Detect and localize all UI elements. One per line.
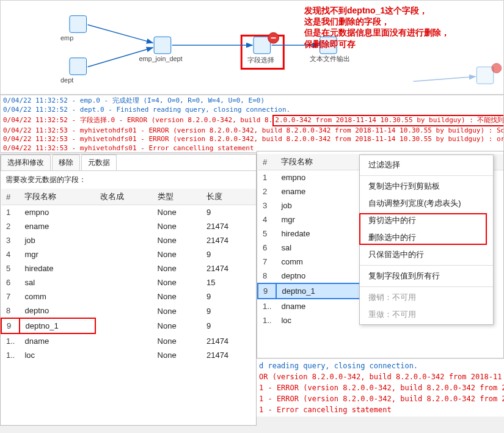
cell-name[interactable]: deptno_1 (20, 318, 95, 333)
cell-length[interactable]: 9 (202, 318, 256, 333)
cell-type[interactable]: None (153, 275, 202, 289)
menu-copy-clipboard[interactable]: 复制选中行到剪贴板 (360, 178, 493, 195)
cell-name[interactable]: dname (20, 333, 95, 348)
cell-type[interactable]: None (153, 261, 202, 275)
col-rename[interactable]: 改名成 (95, 189, 153, 205)
log-panel[interactable]: 0/04/22 11:32:52 - emp.0 - 完成处理 (I=4, O=… (0, 95, 504, 153)
row-num: 4 (1, 247, 20, 261)
metadata-table-left[interactable]: # 字段名称 改名成 类型 长度 1empnoNone92enameNone21… (1, 189, 256, 362)
menu-separator (360, 175, 493, 176)
cell-type[interactable]: None (153, 304, 202, 318)
cell-length[interactable]: 9 (202, 247, 256, 261)
cell-rename[interactable] (95, 318, 153, 333)
cell-type[interactable]: None (153, 289, 202, 304)
cell-rename[interactable] (95, 261, 153, 275)
cell-name[interactable]: comm (20, 289, 95, 304)
cell-rename[interactable] (95, 289, 153, 304)
menu-delete-highlight (359, 213, 487, 245)
row-num: 8 (1, 304, 20, 318)
table-row[interactable]: 5hiredateNone21474 (1, 261, 256, 275)
table-row[interactable]: 1empnoNone9 (1, 205, 256, 220)
col-type[interactable]: 类型 (153, 189, 202, 205)
col-num-r[interactable]: # (258, 154, 276, 170)
cell-rename[interactable] (95, 304, 153, 318)
menu-copy-value-all[interactable]: 复制字段值到所有行 (360, 267, 493, 285)
table-row[interactable]: 3jobNone21474 (1, 233, 256, 247)
cell-name[interactable]: sal (20, 275, 95, 289)
lower-log: d reading query, closing connection. OR … (257, 359, 504, 417)
col-num[interactable]: # (1, 189, 20, 205)
table-row[interactable]: 9deptno_1None9 (1, 318, 256, 333)
hop-emp-join[interactable] (88, 24, 153, 43)
row-num: 1.. (1, 333, 20, 348)
step-dept-icon[interactable] (70, 58, 87, 75)
tab-remove[interactable]: 移除 (52, 155, 80, 170)
cell-length[interactable]: 9 (202, 289, 256, 304)
cell-type[interactable]: None (153, 247, 202, 261)
cell-name[interactable]: job (20, 233, 95, 247)
cell-type[interactable]: None (153, 348, 202, 362)
cell-rename[interactable] (95, 233, 153, 247)
tab-metadata[interactable]: 元数据 (81, 155, 117, 170)
cell-length[interactable]: 21474 (202, 233, 256, 247)
select-values-dialog-left: 选择和修改 移除 元数据 需要改变元数据的字段： # 字段名称 改名成 类型 长… (0, 154, 257, 426)
cell-rename[interactable] (95, 348, 153, 362)
row-num: 5 (1, 261, 20, 275)
cell-length[interactable]: 21474 (202, 333, 256, 348)
step-join-label: emp_join_dept (139, 55, 182, 62)
cell-name[interactable]: ename (20, 219, 95, 233)
step-dept-label: dept (60, 76, 73, 84)
cell-type[interactable]: None (153, 219, 202, 233)
log-line: 0/04/22 11:32:52 - emp.0 - 完成处理 (I=4, O=… (3, 96, 501, 106)
cell-name[interactable]: hiredate (20, 261, 95, 275)
svg-rect-1 (271, 37, 276, 38)
step-copy-error-badge (492, 64, 502, 73)
tab-select-modify[interactable]: 选择和修改 (1, 155, 51, 170)
log-error-line: 0/04/22 11:32:53 - myhivetohdfs01 - ERRO… (3, 135, 501, 144)
hop-faint (414, 76, 476, 81)
row-num: 3 (258, 198, 276, 213)
cell-name[interactable]: mgr (20, 247, 95, 261)
cell-type[interactable]: None (153, 233, 202, 247)
menu-filter[interactable]: 过滤选择 (360, 156, 493, 173)
cell-length[interactable]: 21474 (202, 261, 256, 275)
row-num: 9 (258, 283, 276, 299)
cell-type[interactable]: None (153, 333, 202, 348)
cell-length[interactable]: 9 (202, 304, 256, 318)
table-row[interactable]: 8deptnoNone9 (1, 304, 256, 318)
cell-type[interactable]: None (153, 205, 202, 220)
cell-length[interactable]: 9 (202, 205, 256, 220)
table-row[interactable]: 4mgrNone9 (1, 247, 256, 261)
cell-name[interactable]: empno (20, 205, 95, 220)
menu-auto-width[interactable]: 自动调整列宽度(考虑表头) (360, 195, 493, 212)
cell-type[interactable]: None (153, 318, 202, 333)
row-num: 3 (1, 233, 20, 247)
cell-rename[interactable] (95, 333, 153, 348)
table-row[interactable]: 2enameNone21474 (1, 219, 256, 233)
cell-rename[interactable] (95, 219, 153, 233)
table-row[interactable]: 1..dnameNone21474 (1, 333, 256, 348)
cell-length[interactable]: 21474 (202, 219, 256, 233)
col-field-name[interactable]: 字段名称 (20, 189, 95, 205)
table-row[interactable]: 6salNone15 (1, 275, 256, 289)
cell-rename[interactable] (95, 247, 153, 261)
row-num: 2 (1, 219, 20, 233)
col-length[interactable]: 长度 (202, 189, 256, 205)
table-row[interactable]: 1..locNone21474 (1, 348, 256, 362)
cell-name[interactable]: loc (20, 348, 95, 362)
step-copy-icon (477, 67, 494, 84)
row-num: 1.. (258, 299, 276, 313)
cell-length[interactable]: 21474 (202, 348, 256, 362)
step-emp-icon[interactable] (70, 16, 87, 33)
table-row[interactable]: 7commNone9 (1, 289, 256, 304)
menu-undo: 撤销：不可用 (360, 289, 493, 306)
step-output-label: 文本文件输出 (310, 55, 350, 62)
cell-length[interactable]: 15 (202, 275, 256, 289)
cell-rename[interactable] (95, 205, 153, 220)
menu-redo: 重做：不可用 (360, 306, 493, 323)
menu-keep-row[interactable]: 只保留选中的行 (360, 246, 493, 263)
cell-name[interactable]: deptno (20, 304, 95, 318)
cell-rename[interactable] (95, 275, 153, 289)
row-num: 8 (258, 269, 276, 283)
step-join-icon[interactable] (154, 37, 171, 54)
